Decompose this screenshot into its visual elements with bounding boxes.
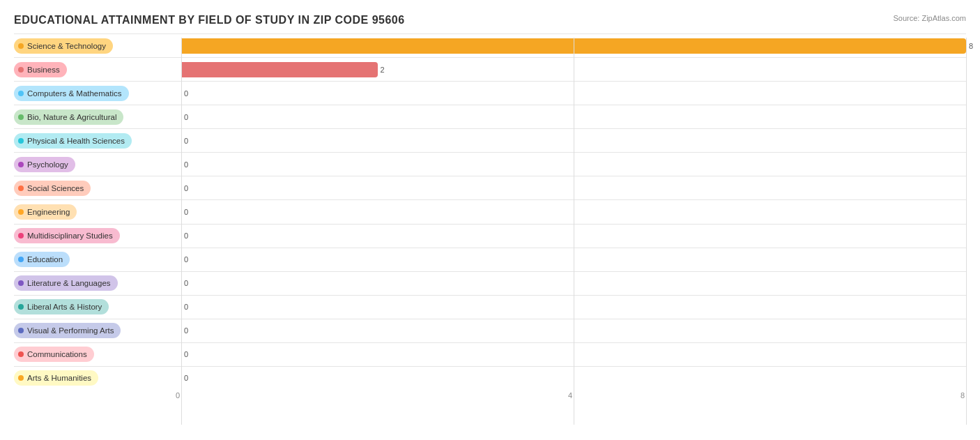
bar-row-bio: Bio, Nature & Agricultural 0 bbox=[14, 105, 966, 128]
bar-label-literature: Literature & Languages bbox=[14, 275, 181, 291]
bar-row-visual: Visual & Performing Arts 0 bbox=[14, 319, 966, 342]
bar-value-liberal: 0 bbox=[184, 303, 188, 311]
bar-row-business: Business 2 bbox=[14, 57, 966, 81]
bar-pill-engineering: Engineering bbox=[14, 204, 77, 220]
bar-label-social: Social Sciences bbox=[14, 181, 181, 196]
bar-value-business: 2 bbox=[381, 66, 385, 74]
bar-row-liberal: Liberal Arts & History 0 bbox=[14, 295, 966, 319]
x-axis: 048 bbox=[181, 391, 966, 405]
bar-label-liberal: Liberal Arts & History bbox=[14, 299, 181, 314]
bar-text-psychology: Psychology bbox=[27, 160, 68, 169]
bar-value-education: 0 bbox=[184, 255, 188, 264]
bar-row-psychology: Psychology 0 bbox=[14, 152, 966, 176]
bar-value-arts: 0 bbox=[184, 374, 188, 382]
bar-row-multi: Multidisciplinary Studies 0 bbox=[14, 224, 966, 248]
bar-text-engineering: Engineering bbox=[27, 208, 70, 216]
bar-row-education: Education 0 bbox=[14, 248, 966, 271]
bar-text-visual: Visual & Performing Arts bbox=[27, 326, 114, 335]
bar-dot-physical bbox=[18, 138, 24, 144]
bar-pill-multi: Multidisciplinary Studies bbox=[14, 228, 120, 243]
bar-label-science: Science & Technology bbox=[14, 38, 181, 54]
bar-label-communications: Communications bbox=[14, 347, 181, 362]
bar-pill-liberal: Liberal Arts & History bbox=[14, 299, 109, 314]
bar-value-physical: 0 bbox=[184, 137, 188, 145]
bar-row-social: Social Sciences 0 bbox=[14, 176, 966, 199]
bar-label-multi: Multidisciplinary Studies bbox=[14, 228, 181, 243]
bar-text-multi: Multidisciplinary Studies bbox=[27, 232, 113, 240]
chart-title: EDUCATIONAL ATTAINMENT BY FIELD OF STUDY… bbox=[14, 14, 966, 26]
bar-row-engineering: Engineering 0 bbox=[14, 199, 966, 223]
bar-text-business: Business bbox=[27, 66, 60, 74]
bar-value-communications: 0 bbox=[184, 350, 188, 358]
bar-label-psychology: Psychology bbox=[14, 157, 181, 172]
chart-area: Science & Technology 8 Business 2 bbox=[14, 33, 966, 390]
bar-pill-literature: Literature & Languages bbox=[14, 275, 118, 291]
bar-label-engineering: Engineering bbox=[14, 204, 181, 220]
bar-dot-literature bbox=[18, 280, 24, 286]
bar-pill-science: Science & Technology bbox=[14, 38, 113, 54]
bar-value-computers: 0 bbox=[184, 89, 188, 98]
bar-dot-visual bbox=[18, 328, 24, 333]
bar-pill-physical: Physical & Health Sciences bbox=[14, 133, 132, 149]
bar-value-bio: 0 bbox=[184, 113, 188, 121]
bar-text-computers: Computers & Mathematics bbox=[27, 89, 122, 98]
bar-value-social: 0 bbox=[184, 184, 188, 192]
bar-text-bio: Bio, Nature & Agricultural bbox=[27, 113, 116, 121]
bar-fill-science bbox=[181, 38, 966, 54]
bar-dot-computers bbox=[18, 91, 24, 96]
bar-label-education: Education bbox=[14, 252, 181, 267]
bar-value-engineering: 0 bbox=[184, 208, 188, 216]
bar-text-education: Education bbox=[27, 255, 63, 264]
bar-text-literature: Literature & Languages bbox=[27, 279, 111, 287]
bar-text-communications: Communications bbox=[27, 350, 87, 358]
bar-pill-visual: Visual & Performing Arts bbox=[14, 323, 121, 338]
bar-value-multi: 0 bbox=[184, 232, 188, 240]
bar-pill-social: Social Sciences bbox=[14, 181, 91, 196]
bar-text-arts: Arts & Humanities bbox=[27, 374, 91, 382]
bar-dot-arts bbox=[18, 375, 24, 381]
bar-dot-multi bbox=[18, 233, 24, 238]
bar-row-literature: Literature & Languages 0 bbox=[14, 271, 966, 295]
bar-text-physical: Physical & Health Sciences bbox=[27, 137, 125, 145]
chart-container: EDUCATIONAL ATTAINMENT BY FIELD OF STUDY… bbox=[0, 0, 980, 440]
bar-row-arts: Arts & Humanities 0 bbox=[14, 366, 966, 390]
bar-label-visual: Visual & Performing Arts bbox=[14, 323, 181, 338]
bar-pill-communications: Communications bbox=[14, 347, 94, 362]
bar-row-physical: Physical & Health Sciences 0 bbox=[14, 128, 966, 152]
bar-dot-education bbox=[18, 257, 24, 262]
bar-value-visual: 0 bbox=[184, 326, 188, 335]
bar-pill-psychology: Psychology bbox=[14, 157, 75, 172]
x-axis-label-0: 0 bbox=[176, 391, 180, 400]
bar-fill-business bbox=[181, 62, 378, 77]
bar-text-science: Science & Technology bbox=[27, 42, 106, 50]
chart-source: Source: ZipAtlas.com bbox=[893, 14, 966, 22]
bar-value-science: 8 bbox=[969, 42, 973, 50]
bar-label-computers: Computers & Mathematics bbox=[14, 86, 181, 101]
bar-dot-social bbox=[18, 185, 24, 191]
bar-dot-science bbox=[18, 43, 24, 49]
bar-label-physical: Physical & Health Sciences bbox=[14, 133, 181, 149]
bar-text-liberal: Liberal Arts & History bbox=[27, 303, 102, 311]
bar-pill-education: Education bbox=[14, 252, 70, 267]
bar-dot-liberal bbox=[18, 304, 24, 310]
bar-label-bio: Bio, Nature & Agricultural bbox=[14, 109, 181, 125]
bar-row-communications: Communications 0 bbox=[14, 342, 966, 366]
bar-pill-business: Business bbox=[14, 62, 67, 77]
bar-label-arts: Arts & Humanities bbox=[14, 370, 181, 386]
bar-pill-arts: Arts & Humanities bbox=[14, 370, 98, 386]
bar-label-business: Business bbox=[14, 62, 181, 77]
bar-dot-psychology bbox=[18, 162, 24, 167]
bar-value-literature: 0 bbox=[184, 279, 188, 287]
bar-pill-computers: Computers & Mathematics bbox=[14, 86, 129, 101]
bar-value-psychology: 0 bbox=[184, 160, 188, 169]
x-axis-label-1: 4 bbox=[568, 391, 572, 400]
bar-dot-business bbox=[18, 67, 24, 73]
bar-text-social: Social Sciences bbox=[27, 184, 84, 192]
bar-dot-bio bbox=[18, 114, 24, 120]
bar-dot-engineering bbox=[18, 209, 24, 215]
bar-dot-communications bbox=[18, 351, 24, 357]
grid-line bbox=[966, 38, 967, 425]
x-axis-label-2: 8 bbox=[960, 391, 965, 400]
bar-pill-bio: Bio, Nature & Agricultural bbox=[14, 109, 123, 125]
bar-row-computers: Computers & Mathematics 0 bbox=[14, 81, 966, 105]
